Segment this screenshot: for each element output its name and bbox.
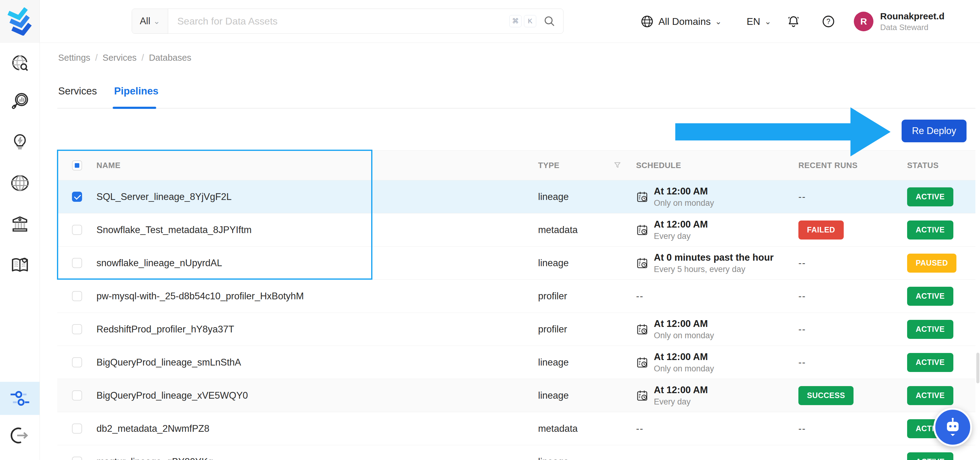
pipelines-table: NAME TYPE SCHEDULE RECENT RUNS STATUS SQ… [57, 150, 975, 460]
pipeline-name[interactable]: RedshiftProd_profiler_hY8ya37T [97, 324, 234, 335]
pipeline-name[interactable]: db2_metadata_2NwmfPZ8 [97, 423, 210, 434]
user-menu[interactable]: R Rounakpreet.d Data Steward ⌄ [854, 0, 980, 43]
pipeline-type: metadata [538, 225, 578, 235]
table-row[interactable]: msqtur_lineage_qBY80YKg lineage [57, 445, 975, 460]
recent-run-badge[interactable]: FAILED [799, 220, 844, 240]
schedule-time: At 12:00 AM [654, 351, 714, 363]
pipeline-type: lineage [538, 456, 569, 460]
table-header-row: NAME TYPE SCHEDULE RECENT RUNS STATUS [57, 150, 975, 180]
schedule-cell: At 12:00 AM Only on monday [636, 351, 714, 374]
col-header-status: STATUS [907, 161, 939, 170]
sidebar-item-logout[interactable] [0, 419, 40, 452]
tab-services[interactable]: Services [58, 85, 97, 105]
language-label: EN [747, 16, 760, 27]
table-row[interactable]: pw-mysql-with-_25-d8b54c10_profiler_HxBo… [57, 280, 975, 313]
schedule-frequency: Only on monday [654, 198, 714, 208]
type-filter-icon[interactable] [613, 161, 622, 170]
chatbot-button[interactable] [934, 408, 972, 447]
row-checkbox[interactable] [72, 390, 82, 401]
schedule-cell: At 12:00 AM Every day [636, 219, 708, 241]
col-header-schedule: SCHEDULE [636, 161, 681, 170]
col-header-name: NAME [97, 161, 121, 170]
schedule-cell: At 12:00 AM Only on monday [636, 186, 714, 208]
schedule-cell: At 12:00 AM Only on monday [636, 318, 714, 340]
breadcrumb: Settings / Services / Databases [58, 53, 191, 63]
col-header-type: TYPE [538, 161, 560, 170]
pipeline-name[interactable]: BigQueryProd_lineage_xVE5WQY0 [97, 390, 248, 401]
pipeline-type: lineage [538, 357, 569, 368]
chevron-down-icon: ⌄ [715, 18, 722, 26]
openmetadata-logo-icon [7, 7, 33, 35]
search-input[interactable] [168, 16, 509, 27]
pipeline-type: profiler [538, 324, 567, 335]
search-scope-select[interactable]: All ⌄ [132, 9, 168, 34]
pipeline-name[interactable]: SQL_Server_lineage_8YjVgF2L [97, 192, 232, 203]
schedule-frequency: Only on monday [654, 331, 714, 340]
row-checkbox[interactable] [72, 291, 82, 301]
row-checkbox[interactable] [72, 324, 82, 334]
k-key-badge: K [524, 15, 536, 27]
sidebar-item-settings[interactable] [0, 382, 40, 415]
table-row[interactable]: Snowflake_Test_metadata_8JPYIftm metadat… [57, 214, 975, 246]
notifications-button[interactable] [786, 0, 800, 43]
row-checkbox[interactable] [72, 457, 82, 460]
sidebar-item-domains[interactable] [0, 166, 40, 200]
explore-icon [10, 53, 29, 72]
calendar-clock-icon [636, 323, 648, 335]
row-checkbox[interactable] [72, 225, 82, 235]
table-row[interactable]: SQL_Server_lineage_8YjVgF2L lineage At 1… [57, 180, 975, 214]
sidebar-item-glossary[interactable] [0, 248, 40, 281]
sidebar-item-explore[interactable] [0, 46, 40, 80]
observability-icon [10, 91, 30, 111]
sidebar-item-govern[interactable] [0, 208, 40, 241]
pipeline-type: lineage [538, 257, 569, 268]
insights-icon [11, 133, 29, 151]
table-row[interactable]: BigQueryProd_lineage_smLnSthA lineage At… [57, 346, 975, 379]
row-checkbox[interactable] [72, 258, 82, 268]
cmd-key-badge: ⌘ [509, 15, 522, 27]
breadcrumb-databases[interactable]: Databases [149, 53, 191, 63]
table-row[interactable]: db2_metadata_2NwmfPZ8 metadata [57, 412, 975, 445]
sidebar-item-insights[interactable] [0, 125, 40, 158]
schedule-empty: -- [636, 456, 644, 460]
pipeline-name[interactable]: snowflake_lineage_nUpyrdAL [97, 257, 222, 268]
language-selector[interactable]: EN ⌄ [747, 0, 771, 43]
status-badge: ACTIVE [907, 353, 953, 372]
breadcrumb-settings[interactable]: Settings [58, 53, 90, 63]
row-checkbox[interactable] [72, 192, 82, 202]
left-sidebar [0, 0, 40, 460]
tab-pipelines[interactable]: Pipelines [114, 85, 159, 105]
schedule-time: At 12:00 AM [654, 219, 708, 230]
pipeline-name[interactable]: msqtur_lineage_qBY80YKg [97, 456, 213, 460]
globe-icon [640, 14, 654, 29]
sidebar-item-observability[interactable] [0, 85, 40, 118]
pipeline-name[interactable]: pw-mysql-with-_25-d8b54c10_profiler_HxBo… [97, 291, 304, 302]
status-badge: ACTIVE [907, 187, 953, 206]
search-icon[interactable] [543, 15, 556, 27]
status-badge: ACTIVE [907, 452, 953, 460]
pipeline-name[interactable]: Snowflake_Test_metadata_8JPYIftm [97, 225, 252, 235]
recent-run-empty: -- [799, 192, 806, 203]
schedule-time: At 0 minutes past the hour [654, 252, 773, 263]
status-badge: ACTIVE [907, 220, 953, 240]
row-checkbox[interactable] [72, 423, 82, 434]
app-logo[interactable] [0, 0, 40, 43]
status-badge: ACTIVE [907, 320, 953, 339]
table-row[interactable]: snowflake_lineage_nUpyrdAL lineage At 0 … [57, 246, 975, 280]
row-checkbox[interactable] [72, 357, 82, 367]
schedule-frequency: Every 5 hours, every day [654, 265, 773, 274]
table-row[interactable]: BigQueryProd_lineage_xVE5WQY0 lineage At… [57, 379, 975, 412]
redeploy-button[interactable]: Re Deploy [902, 120, 967, 142]
pipeline-name[interactable]: BigQueryProd_lineage_smLnSthA [97, 357, 241, 368]
select-all-checkbox[interactable] [72, 160, 82, 171]
scrollbar-thumb[interactable] [976, 353, 979, 383]
schedule-frequency: Every day [654, 397, 708, 407]
help-button[interactable]: ? [821, 0, 835, 43]
calendar-clock-icon [636, 257, 648, 269]
recent-run-badge[interactable]: SUCCESS [799, 386, 854, 405]
pipeline-type: lineage [538, 192, 569, 203]
breadcrumb-services[interactable]: Services [103, 53, 137, 63]
recent-run-empty: -- [799, 257, 806, 268]
domain-selector[interactable]: All Domains ⌄ [640, 0, 722, 43]
table-row[interactable]: RedshiftProd_profiler_hY8ya37T profiler … [57, 313, 975, 346]
